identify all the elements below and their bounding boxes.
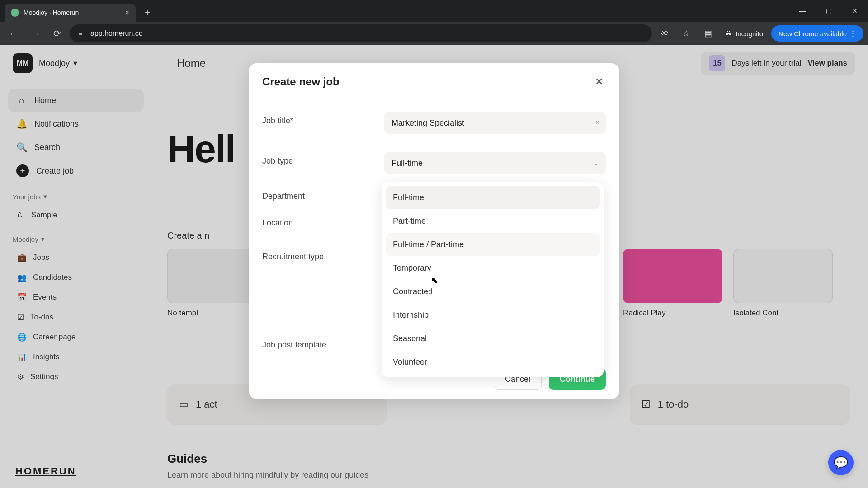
- incognito-icon: 🕶: [725, 30, 732, 38]
- menu-icon: ⋮: [849, 29, 856, 38]
- tab-close-icon[interactable]: ×: [125, 9, 129, 17]
- address-bar[interactable]: ᡂ app.homerun.co: [70, 24, 652, 42]
- job-type-select[interactable]: Full-time ⌄: [384, 152, 606, 174]
- location-label: Location: [262, 214, 384, 228]
- job-type-label: Job type: [262, 152, 384, 166]
- dropdown-option[interactable]: Internship: [386, 303, 600, 327]
- site-info-icon[interactable]: ᡂ: [78, 29, 85, 38]
- clear-input-icon[interactable]: ×: [595, 118, 599, 127]
- tab-strip: Moodjoy · Homerun × + — ▢ ✕: [0, 0, 868, 22]
- chevron-down-icon: ⌄: [593, 160, 599, 167]
- minimize-button[interactable]: —: [789, 0, 816, 22]
- dropdown-option[interactable]: Seasonal: [386, 327, 600, 350]
- job-type-dropdown: Full-time Part-time Full-time / Part-tim…: [382, 182, 604, 377]
- dropdown-option[interactable]: Contracted: [386, 280, 600, 303]
- help-fab[interactable]: 💬: [828, 450, 854, 475]
- new-tab-button[interactable]: +: [140, 5, 155, 20]
- department-label: Department: [262, 187, 384, 201]
- close-window-button[interactable]: ✕: [842, 0, 868, 22]
- url-text: app.homerun.co: [90, 29, 143, 38]
- browser-toolbar: ← → ⟳ ᡂ app.homerun.co 👁 ☆ ▤ 🕶 Incognito…: [0, 22, 868, 45]
- chrome-update-button[interactable]: New Chrome available ⋮: [771, 25, 863, 42]
- sidepanel-icon[interactable]: ▤: [699, 24, 717, 42]
- back-button[interactable]: ←: [5, 24, 23, 42]
- job-title-label: Job title*: [262, 112, 384, 126]
- modal-close-button[interactable]: ✕: [592, 75, 606, 89]
- dropdown-option[interactable]: Volunteer: [386, 350, 600, 374]
- job-title-input[interactable]: [384, 112, 606, 134]
- forward-button[interactable]: →: [26, 24, 44, 42]
- tab-title: Moodjoy · Homerun: [24, 9, 79, 16]
- reload-button[interactable]: ⟳: [48, 24, 66, 42]
- bookmark-icon[interactable]: ☆: [677, 24, 695, 42]
- dropdown-option[interactable]: Full-time: [386, 186, 600, 209]
- job-post-template-label: Job post template: [262, 336, 384, 350]
- incognito-indicator: 🕶 Incognito: [721, 30, 768, 38]
- create-job-modal: Create new job ✕ Job title* × Job type F…: [249, 63, 619, 399]
- maximize-button[interactable]: ▢: [816, 0, 842, 22]
- tracking-icon[interactable]: 👁: [656, 24, 674, 42]
- browser-tab[interactable]: Moodjoy · Homerun ×: [5, 4, 136, 22]
- recruitment-type-label: Recruitment type: [262, 248, 384, 262]
- favicon-icon: [11, 9, 19, 17]
- dropdown-option[interactable]: Full-time / Part-time: [386, 233, 600, 256]
- dropdown-option[interactable]: Part-time: [386, 209, 600, 233]
- dropdown-option[interactable]: Temporary: [386, 256, 600, 280]
- modal-title: Create new job: [262, 75, 340, 88]
